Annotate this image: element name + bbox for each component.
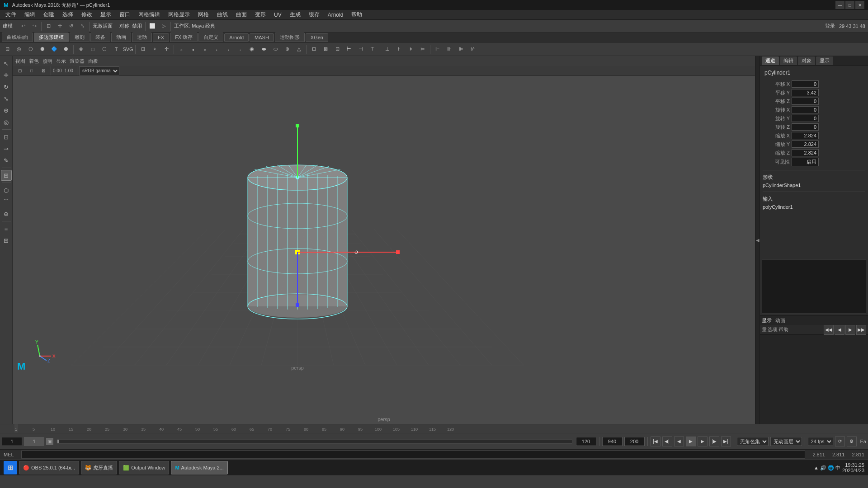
range-start-input[interactable] [2, 437, 22, 446]
vp-menu-lighting[interactable]: 照明 [42, 58, 52, 65]
cam-select-btn[interactable]: ⊡ [14, 66, 25, 76]
ipr-btn[interactable]: ▷ [158, 21, 169, 32]
anim-start-input[interactable] [602, 437, 623, 446]
show-all-btn[interactable]: 👁 [75, 44, 86, 55]
scale-btn[interactable]: ⤡ [1, 93, 12, 104]
scale-mode-btn[interactable]: ⤡ [77, 21, 88, 32]
tab-rigging[interactable]: 装备 [90, 33, 110, 42]
svg-btn[interactable]: SVG [123, 44, 133, 55]
torus-btn[interactable]: ⊚ [282, 44, 292, 55]
soft-select-btn[interactable]: ⬢ [37, 44, 48, 55]
sculpt-lt-btn[interactable]: ⊕ [1, 208, 12, 219]
chamfer-btn[interactable]: ⊢ [344, 44, 354, 55]
anim-layer-select[interactable]: 无动画层 [770, 437, 802, 446]
tab-curve-surface[interactable]: 曲线/曲面 [2, 33, 33, 42]
vp-menu-show[interactable]: 显示 [56, 58, 66, 65]
loop-cut-btn[interactable]: ⊟ [308, 44, 319, 55]
rpb-first-btn[interactable]: ◀◀ [824, 325, 834, 335]
tab-animation[interactable]: 动画 [111, 33, 131, 42]
tab-fx[interactable]: FX [153, 33, 169, 42]
universal-btn[interactable]: ⊕ [1, 105, 12, 116]
menu-mesh[interactable]: 网格 [194, 10, 212, 19]
taskbar-obs[interactable]: 🔴 OBS 25.0.1 (64-bi... [19, 461, 79, 474]
rotate-mode-btn[interactable]: ↺ [66, 21, 76, 32]
cone-btn[interactable]: △ [293, 44, 304, 55]
tab-polygon[interactable]: 多边形建模 [34, 33, 69, 42]
menu-file[interactable]: 文件 [2, 10, 20, 19]
menu-help[interactable]: 帮助 [348, 10, 366, 19]
multi-btn[interactable]: ⬣ [61, 44, 71, 55]
tab-motion-graph[interactable]: 运动图形 [275, 33, 305, 42]
timeline-track[interactable]: 1 5 10 15 20 25 30 35 40 45 50 55 60 65 … [14, 424, 753, 433]
rotate-y-value[interactable]: 0 [792, 115, 819, 122]
append-btn[interactable]: ⬨ [199, 44, 210, 55]
go-to-start-btn[interactable]: |◀ [651, 436, 660, 446]
vp-menu-view[interactable]: 视图 [15, 58, 25, 65]
fill-btn[interactable]: ⬩ [211, 44, 222, 55]
rpb-prev-btn[interactable]: ◀ [835, 325, 844, 335]
move-btn[interactable]: ✛ [1, 70, 12, 80]
anim-prefs-btn[interactable]: ⚙ [847, 436, 857, 446]
merge-btn[interactable]: ⬪ [223, 44, 234, 55]
menu-deform[interactable]: 变形 [251, 10, 269, 19]
plane-btn[interactable]: ⬭ [270, 44, 281, 55]
menu-display[interactable]: 显示 [97, 10, 115, 19]
sculpt-btn[interactable]: ⊦ [394, 44, 405, 55]
range-end-input[interactable] [576, 437, 596, 446]
edge-flow-btn[interactable]: ⊠ [320, 44, 331, 55]
gizmo-y-handle[interactable] [296, 124, 299, 127]
timeline-ruler[interactable]: 1 5 10 15 20 25 30 35 40 45 50 55 60 65 … [0, 424, 868, 433]
cylinder-btn[interactable]: ⬬ [258, 44, 269, 55]
tab-custom[interactable]: 自定义 [198, 33, 223, 42]
tab-mash[interactable]: MASH [250, 33, 274, 42]
resolution-btn[interactable]: □ [26, 66, 37, 76]
move-mode-btn[interactable]: ✛ [54, 21, 65, 32]
menu-select[interactable]: 选择 [59, 10, 77, 19]
translate-z-value[interactable]: 0 [792, 98, 819, 105]
select-tool-btn[interactable]: ⊡ [2, 44, 13, 55]
taskbar-maya[interactable]: M Autodesk Maya 2... [171, 461, 227, 474]
rp-tab-channel[interactable]: 通道 [762, 56, 779, 65]
character-set-select[interactable]: 无角色集 [737, 437, 769, 446]
transfer-btn[interactable]: ⊬ [467, 44, 478, 55]
vp-menu-renderer[interactable]: 渲染器 [70, 58, 85, 65]
rotate-z-value[interactable]: 0 [792, 123, 819, 131]
anim-end-input[interactable] [624, 437, 645, 446]
panel-collapse-button[interactable]: ◀ [755, 56, 760, 424]
color-space-select[interactable]: sRGB gamma [79, 66, 119, 75]
snap-curve-btn[interactable]: ⌖ [149, 44, 160, 55]
create-curve-btn[interactable]: ⌒ [1, 197, 12, 207]
scale-z-value[interactable]: 2.824 [792, 149, 819, 156]
fps-select[interactable]: 24 fps [808, 437, 833, 446]
current-frame-input[interactable] [24, 437, 44, 446]
translate-x-value[interactable]: 0 [792, 80, 819, 88]
play-btn[interactable]: ▶ [686, 436, 696, 446]
extrude-btn[interactable]: ⬦ [176, 44, 187, 55]
menu-mesh-display[interactable]: 网格显示 [165, 10, 193, 19]
gizmo-z-handle[interactable] [296, 303, 299, 307]
next-key-btn[interactable]: ▶ [698, 436, 708, 446]
rp-tab-display[interactable]: 显示 [816, 56, 833, 65]
snap-grid-btn[interactable]: ⊞ [137, 44, 148, 55]
go-to-end-btn[interactable]: ▶| [721, 436, 731, 446]
paint-btn[interactable]: ⬡ [25, 44, 36, 55]
select-btn[interactable]: ↖ [1, 58, 12, 69]
tab-sculpt[interactable]: 雕刻 [70, 33, 90, 42]
component-btn[interactable]: ⊞ [1, 235, 12, 246]
prev-key-btn[interactable]: ◀ [674, 436, 684, 446]
paint-select-btn[interactable]: ✎ [1, 155, 12, 166]
snap-view-btn[interactable]: ⊞ [1, 170, 12, 181]
taskbar-output[interactable]: 🟩 Output Window [119, 461, 169, 474]
mirror-btn[interactable]: ⊩ [432, 44, 443, 55]
crease-btn[interactable]: ⊣ [355, 44, 366, 55]
soft-select-lt-btn[interactable]: ◎ [1, 117, 12, 127]
translate-y-value[interactable]: 3.42 [792, 89, 819, 96]
start-button[interactable]: ⊞ [4, 461, 17, 474]
menu-surface[interactable]: 曲面 [232, 10, 250, 19]
menu-modify[interactable]: 修改 [78, 10, 96, 19]
vp-menu-shading[interactable]: 着色 [29, 58, 39, 65]
scale-y-value[interactable]: 2.824 [792, 141, 819, 148]
close-button[interactable]: ✕ [855, 1, 864, 9]
relax-btn[interactable]: ⊧ [406, 44, 416, 55]
menu-edit[interactable]: 编辑 [21, 10, 39, 19]
